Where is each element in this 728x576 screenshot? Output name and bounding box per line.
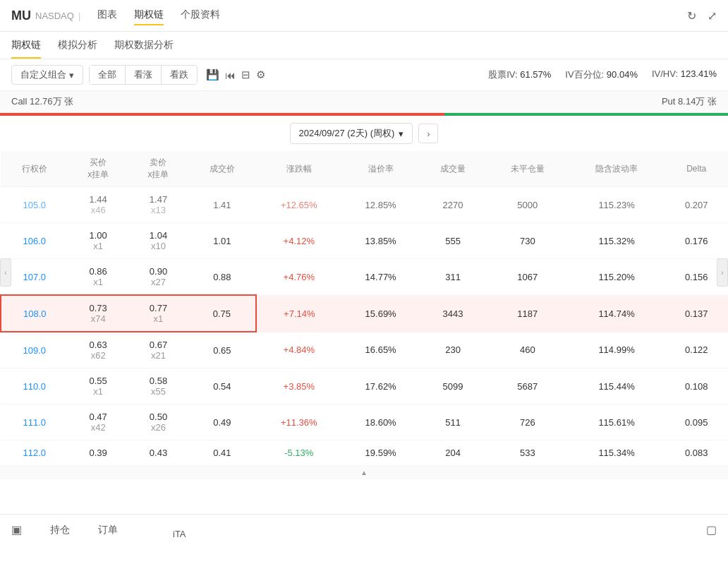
custom-combo-label: 自定义组合 [20, 68, 66, 81]
nav-right-icons: ↻ ⤢ [687, 9, 717, 23]
cell-premium: 12.85% [342, 187, 419, 223]
skip-start-icon[interactable]: ⏮ [225, 69, 236, 81]
table-row[interactable]: 112.00.390.430.41-5.13%19.59%204533115.3… [1, 440, 728, 466]
window-icon[interactable]: ▢ [706, 524, 717, 536]
table-row[interactable]: 108.00.73x740.77x10.75+7.14%15.69%344311… [1, 295, 728, 332]
table-row[interactable]: 109.00.63x620.67x210.65+4.84%16.65%23046… [1, 332, 728, 368]
cell-strike: 106.0 [1, 223, 68, 259]
cell-strike: 109.0 [1, 332, 68, 368]
toolbar-icons: 💾 ⏮ ⊟ ⚙ [206, 68, 265, 81]
cell-iv: 115.23% [569, 187, 665, 223]
ticker-group: MU NASDAQ | [11, 8, 80, 23]
ticker-divider: | [78, 11, 80, 21]
date-next-btn[interactable]: › [418, 124, 438, 143]
right-expand-handle[interactable]: › [717, 258, 728, 287]
settings-icon[interactable]: ⚙ [256, 68, 265, 81]
cell-volume: 555 [419, 223, 487, 259]
col-strike: 行权价 [1, 151, 68, 187]
iv-percentile-label: IV百分位: [565, 69, 604, 80]
cell-bid: 0.55x1 [68, 368, 128, 404]
combo-arrow-icon: ▾ [69, 70, 74, 80]
col-change: 涨跌幅 [256, 151, 342, 187]
cell-ask: 0.77x1 [128, 295, 188, 332]
cell-oi: 1187 [487, 295, 569, 332]
cell-volume: 311 [419, 259, 487, 296]
sub-nav-data-analysis[interactable]: 期权数据分析 [114, 32, 174, 59]
right-expand-icon: › [721, 269, 723, 277]
cell-change: +4.76% [256, 259, 342, 296]
save-icon[interactable]: 💾 [206, 68, 219, 81]
toolbar: 自定义组合 ▾ 全部 看涨 看跌 💾 ⏮ ⊟ ⚙ 股票IV: 61.57% IV… [0, 59, 728, 91]
custom-combo-button[interactable]: 自定义组合 ▾ [11, 65, 83, 85]
filter-all-btn[interactable]: 全部 [90, 66, 126, 84]
position-label[interactable]: 持仓 [50, 524, 70, 536]
cell-change: +12.65% [256, 187, 342, 223]
order-label[interactable]: 订单 [98, 524, 118, 536]
cell-strike: 111.0 [1, 404, 68, 440]
cell-last: 0.49 [188, 404, 256, 440]
table-header: 行权价 买价x挂单 卖价x挂单 成交价 涨跌幅 溢价率 成交量 未平仓量 隐含波… [1, 151, 728, 187]
options-table: 行权价 买价x挂单 卖价x挂单 成交价 涨跌幅 溢价率 成交量 未平仓量 隐含波… [0, 151, 728, 466]
cell-oi: 5687 [487, 368, 569, 404]
filter-icon[interactable]: ⊟ [241, 68, 250, 81]
cell-ask: 0.43 [128, 440, 188, 466]
col-iv: 隐含波动率 [569, 151, 665, 187]
cell-oi: 730 [487, 223, 569, 259]
cell-bid: 0.86x1 [68, 259, 128, 296]
table-row[interactable]: 106.01.00x11.04x101.01+4.12%13.85%555730… [1, 223, 728, 259]
filter-btn-group: 全部 看涨 看跌 [89, 65, 198, 85]
date-selector[interactable]: 2024/09/27 (2天) (周权) ▾ [290, 123, 413, 144]
stock-iv-value: 61.57% [520, 69, 551, 80]
sub-nav-options-chain[interactable]: 期权链 [11, 32, 41, 59]
table-row[interactable]: 110.00.55x10.58x550.54+3.85%17.62%509956… [1, 368, 728, 404]
cell-strike: 110.0 [1, 368, 68, 404]
cell-premium: 19.59% [342, 440, 419, 466]
filter-call-btn[interactable]: 看涨 [126, 66, 162, 84]
nav-options-chain[interactable]: 期权链 [134, 6, 164, 25]
cell-iv: 114.74% [569, 295, 665, 332]
cell-change: -5.13% [256, 440, 342, 466]
cell-volume: 511 [419, 404, 487, 440]
cell-delta: 0.095 [665, 404, 728, 440]
refresh-icon[interactable]: ↻ [687, 9, 696, 23]
stock-iv-label: 股票IV: [488, 69, 517, 80]
cell-premium: 14.77% [342, 259, 419, 296]
nav-stock-info[interactable]: 个股资料 [181, 6, 220, 25]
cell-premium: 15.69% [342, 295, 419, 332]
options-table-container[interactable]: 行权价 买价x挂单 卖价x挂单 成交价 涨跌幅 溢价率 成交量 未平仓量 隐含波… [0, 151, 728, 545]
cell-oi: 5000 [487, 187, 569, 223]
expand-icon[interactable]: ⤢ [708, 9, 717, 23]
table-row[interactable]: 105.01.44x461.47x131.41+12.65%12.85%2270… [1, 187, 728, 223]
cell-volume: 230 [419, 332, 487, 368]
sidebar-icon[interactable]: ▣ [11, 523, 22, 536]
filter-put-btn[interactable]: 看跌 [162, 66, 197, 84]
cell-ask: 1.47x13 [128, 187, 188, 223]
left-expand-handle[interactable]: ‹ [0, 258, 11, 287]
cell-delta: 0.207 [665, 187, 728, 223]
table-row[interactable]: 107.00.86x10.90x270.88+4.76%14.77%311106… [1, 259, 728, 296]
cell-iv: 114.99% [569, 332, 665, 368]
call-put-progress [0, 113, 728, 116]
col-ask: 卖价x挂单 [128, 151, 188, 187]
date-value: 2024/09/27 (2天) (周权) [299, 127, 395, 140]
cell-change: +3.85% [256, 368, 342, 404]
date-dropdown-icon: ▾ [399, 128, 404, 139]
cell-last: 0.88 [188, 259, 256, 296]
cell-premium: 17.62% [342, 368, 419, 404]
top-nav: MU NASDAQ | 图表 期权链 个股资料 ↻ ⤢ [0, 0, 728, 32]
cell-oi: 1067 [487, 259, 569, 296]
cell-ask: 1.04x10 [128, 223, 188, 259]
col-volume: 成交量 [419, 151, 487, 187]
nav-chart[interactable]: 图表 [97, 6, 117, 25]
cell-last: 1.41 [188, 187, 256, 223]
cell-delta: 0.137 [665, 295, 728, 332]
cell-ask: 0.58x55 [128, 368, 188, 404]
col-bid: 买价x挂单 [68, 151, 128, 187]
scroll-up-btn[interactable]: ▲ [360, 469, 368, 476]
iv-hv-label: IV/HV: [652, 68, 678, 79]
cell-bid: 1.00x1 [68, 223, 128, 259]
stock-iv-group: 股票IV: 61.57% [488, 68, 551, 81]
table-row[interactable]: 111.00.47x420.50x260.49+11.36%18.60%5117… [1, 404, 728, 440]
sub-nav: 期权链 模拟分析 期权数据分析 [0, 32, 728, 59]
sub-nav-simulation[interactable]: 模拟分析 [58, 32, 97, 59]
